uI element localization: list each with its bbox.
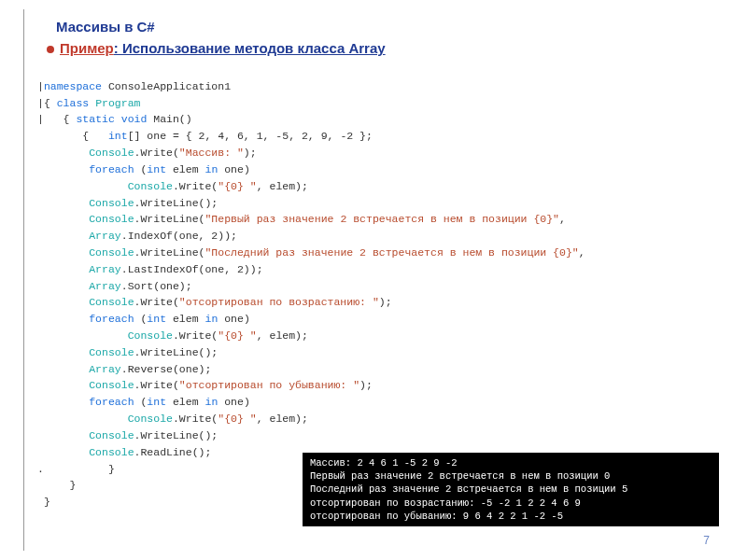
page-number: 7 <box>703 534 710 547</box>
subtitle-primer: Пример <box>60 40 114 56</box>
slide-title: Массивы в C# <box>56 19 719 35</box>
output-line: Первый раз значение 2 встречается в нем … <box>310 470 610 482</box>
output-line: отсортирован по возрастанию: -5 -2 1 2 2… <box>310 497 581 509</box>
bullet-icon <box>47 46 54 53</box>
subtitle-row: Пример: Использование методов класса Arr… <box>47 40 719 56</box>
output-line: Массив: 2 4 6 1 -5 2 9 -2 <box>310 457 458 469</box>
code-block: |namespace ConsoleApplication1 |{ class … <box>37 62 719 511</box>
slide-content: Массивы в C# Пример: Использование метод… <box>0 0 747 520</box>
output-line: отсортирован по убыванию: 9 6 4 2 2 1 -2… <box>310 511 563 522</box>
subtitle-rest: : Использование методов класса Array <box>114 40 386 56</box>
console-output: Массив: 2 4 6 1 -5 2 9 -2 Первый раз зна… <box>303 453 719 526</box>
output-line: Последний раз значение 2 встречается в н… <box>310 483 627 495</box>
